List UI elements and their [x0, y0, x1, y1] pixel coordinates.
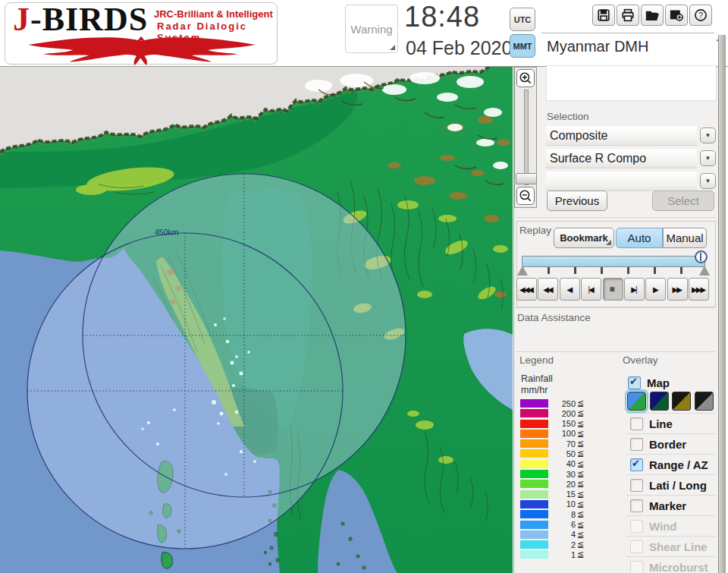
- rainfall-unit: mm/hr: [521, 385, 548, 395]
- previous-button[interactable]: Previous: [547, 190, 607, 211]
- mmt-button[interactable]: MMT: [510, 34, 535, 58]
- legend-row: 6 ≦: [520, 521, 584, 529]
- playback-button[interactable]: ◀◀◀: [516, 278, 537, 301]
- slider-tick: [548, 267, 550, 274]
- playback-button[interactable]: ▶: [645, 278, 666, 301]
- checkbox-icon[interactable]: [630, 540, 643, 553]
- legend-color-swatch: [520, 399, 548, 408]
- slider-tick: [627, 267, 629, 274]
- print-icon: [621, 8, 635, 22]
- selection-dropdowns: Composite ▼ Surface R Compo ▼ ▼: [546, 126, 716, 194]
- playback-button[interactable]: ◀◀: [538, 278, 558, 301]
- print-button[interactable]: [617, 5, 639, 26]
- legend-value: 20: [548, 480, 576, 489]
- legend-color-swatch: [520, 500, 548, 508]
- legend-row: 2 ≦: [520, 540, 584, 549]
- manual-button[interactable]: Manual: [663, 228, 707, 248]
- dropdown[interactable]: Composite ▼: [546, 126, 716, 146]
- data-assistance-buttons: Location X-Section Track: [516, 326, 715, 347]
- add-image-button[interactable]: [665, 5, 688, 26]
- range-ring-label: 450km: [155, 228, 179, 237]
- overlay-row[interactable]: Wind: [626, 515, 716, 536]
- replay-slider-track[interactable]: [522, 256, 705, 267]
- legend-color-swatch: [520, 449, 548, 458]
- zoom-in-button[interactable]: [516, 69, 535, 87]
- overlay-row[interactable]: Lati / Long: [626, 474, 716, 495]
- legend-leq-symbol: ≦: [577, 439, 584, 449]
- utc-button[interactable]: UTC: [510, 8, 535, 31]
- checkbox-icon[interactable]: [630, 520, 643, 533]
- legend-row: 20 ≦: [520, 480, 584, 488]
- playback-button[interactable]: ▶▶▶: [689, 278, 709, 301]
- help-button[interactable]: ?: [689, 5, 712, 26]
- dropdown-value[interactable]: [546, 172, 697, 191]
- checkbox-icon[interactable]: [630, 417, 643, 430]
- map-style-swatches: [627, 392, 714, 411]
- save-button[interactable]: [592, 5, 615, 26]
- legend-value: 2: [548, 540, 576, 549]
- zoom-slider-track[interactable]: [524, 90, 529, 185]
- slider-start-marker[interactable]: [517, 266, 528, 275]
- zoom-out-button[interactable]: [516, 187, 535, 205]
- checkbox-icon[interactable]: [630, 438, 643, 451]
- slider-tick: [654, 267, 656, 274]
- legend-row: 1 ≦: [520, 550, 584, 559]
- legend-row: 150 ≦: [520, 420, 584, 428]
- chevron-down-icon[interactable]: ▼: [700, 173, 716, 189]
- zoom-slider-handle[interactable]: [516, 173, 537, 184]
- legend-value: 100: [548, 429, 576, 438]
- checkbox-checked-icon[interactable]: [628, 376, 641, 389]
- playback-button[interactable]: ◀: [560, 278, 580, 301]
- overlay-item-label: Line: [649, 417, 673, 430]
- legend-leq-symbol: ≦: [577, 419, 584, 429]
- jbirds-app: J-BIRDS JRC-Brilliant & Intelligent Rada…: [0, 0, 728, 573]
- overlay-item-label: Range / AZ: [649, 458, 708, 471]
- overlay-row[interactable]: Border: [626, 433, 716, 454]
- playback-button[interactable]: |◀: [581, 278, 601, 301]
- overlay-row[interactable]: Line: [626, 413, 716, 433]
- legend-row: 10 ≦: [520, 500, 584, 508]
- checkbox-icon[interactable]: [630, 561, 643, 573]
- playback-button[interactable]: ■: [603, 278, 623, 301]
- overlay-row[interactable]: Shear Line: [626, 536, 716, 556]
- divider: [541, 33, 714, 33]
- dropdown[interactable]: Surface R Compo ▼: [546, 149, 716, 168]
- overlay-row[interactable]: Marker: [626, 495, 716, 515]
- legend-leq-symbol: ≦: [577, 429, 584, 439]
- checkbox-icon[interactable]: [630, 499, 643, 512]
- warning-button[interactable]: Warning: [345, 5, 398, 53]
- dropdown[interactable]: ▼: [546, 172, 716, 191]
- legend-color-swatch: [520, 540, 548, 549]
- overlay-row[interactable]: Range / AZ: [626, 454, 716, 474]
- dropdown-value[interactable]: Composite: [546, 126, 697, 146]
- window-scrollbar[interactable]: [718, 35, 726, 573]
- overlay-row-map[interactable]: Map: [628, 373, 670, 392]
- map-style-swatch[interactable]: [695, 392, 714, 411]
- station-list-box[interactable]: [546, 65, 717, 101]
- legend-row: 15 ≦: [520, 490, 584, 499]
- overlay-row[interactable]: Microburst: [626, 556, 716, 573]
- checkbox-icon[interactable]: [630, 458, 643, 471]
- dropdown-value[interactable]: Surface R Compo: [546, 149, 697, 168]
- map-style-swatch[interactable]: [650, 392, 669, 411]
- map-style-swatch[interactable]: [672, 392, 691, 411]
- map-style-swatch[interactable]: [627, 392, 646, 411]
- bookmark-button[interactable]: Bookmark: [554, 228, 614, 248]
- replay-slider-handle[interactable]: [695, 250, 708, 263]
- auto-button[interactable]: Auto: [616, 228, 663, 248]
- slider-end-marker[interactable]: [699, 266, 710, 275]
- radar-map-view[interactable]: 450km: [0, 67, 513, 573]
- chevron-down-icon[interactable]: ▼: [700, 150, 716, 166]
- legend-value: 30: [548, 470, 576, 479]
- rainfall-legend: 250 ≦ 200 ≦ 150 ≦ 100 ≦: [520, 399, 584, 559]
- checkbox-icon[interactable]: [630, 479, 643, 492]
- playback-button[interactable]: ▶|: [624, 278, 645, 301]
- legend-row: 100 ≦: [520, 430, 584, 438]
- legend-color-swatch: [520, 550, 548, 559]
- legend-value: 4: [548, 530, 576, 539]
- legend-leq-symbol: ≦: [577, 530, 584, 540]
- logo: J-BIRDS JRC-Brilliant & Intelligent Rada…: [5, 2, 278, 65]
- chevron-down-icon[interactable]: ▼: [700, 128, 716, 143]
- open-folder-button[interactable]: [641, 5, 664, 26]
- playback-button[interactable]: ▶▶: [667, 278, 688, 301]
